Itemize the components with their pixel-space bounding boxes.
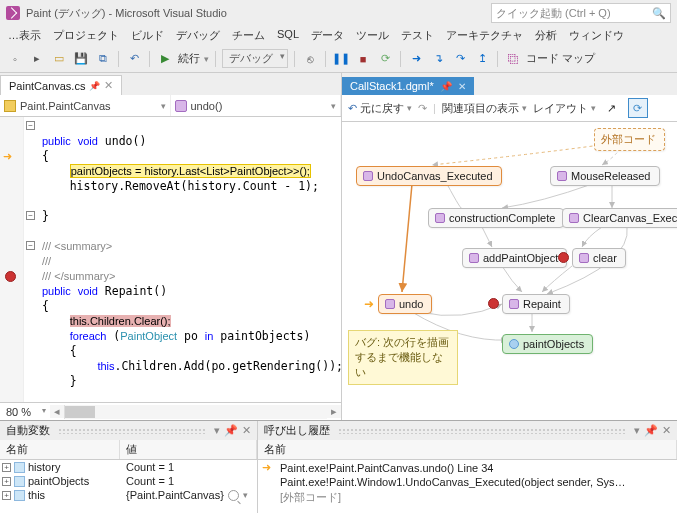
- menu-test[interactable]: テスト: [401, 28, 434, 43]
- autos-row[interactable]: +this {Paint.PaintCanvas}▾: [0, 488, 257, 502]
- node-clearcanvas-executed[interactable]: ClearCanvas_Executed: [562, 208, 677, 228]
- dgml-graph[interactable]: 外部コード UndoCanvas_Executed MouseReleased …: [342, 122, 677, 420]
- member-dropdown[interactable]: undo() ▾: [171, 95, 342, 116]
- col-value[interactable]: 値: [120, 440, 257, 459]
- codemap-button[interactable]: コード マップ: [526, 51, 595, 66]
- breakpoint-dot: [488, 298, 499, 309]
- menu-view[interactable]: …表示: [8, 28, 41, 43]
- class-icon: [4, 100, 16, 112]
- stack-frame[interactable]: [外部コード]: [258, 489, 677, 506]
- pin-icon[interactable]: 📌: [440, 81, 452, 92]
- save-all-button[interactable]: ⧉: [94, 50, 112, 68]
- nav-fwd-button[interactable]: ▸: [28, 50, 46, 68]
- menu-sql[interactable]: SQL: [277, 28, 299, 43]
- visualizer-icon[interactable]: [228, 490, 239, 501]
- step-over-button[interactable]: ↷: [451, 50, 469, 68]
- tab-label: CallStack1.dgml*: [350, 80, 434, 92]
- node-undo[interactable]: undo: [378, 294, 432, 314]
- undo-button[interactable]: ↶: [125, 50, 143, 68]
- menubar: …表示 プロジェクト ビルド デバッグ チーム SQL データ ツール テスト …: [0, 26, 677, 47]
- node-undocanvas-executed[interactable]: UndoCanvas_Executed: [356, 166, 502, 186]
- step-out-button[interactable]: ↥: [473, 50, 491, 68]
- menu-architecture[interactable]: アーキテクチャ: [446, 28, 523, 43]
- close-icon[interactable]: ✕: [662, 424, 671, 437]
- related-items-dropdown[interactable]: 関連項目の表示▾: [442, 101, 527, 116]
- pin-icon[interactable]: 📌: [89, 81, 100, 91]
- show-next-statement-button[interactable]: ➜: [407, 50, 425, 68]
- h-scrollbar[interactable]: [64, 405, 327, 419]
- autos-row[interactable]: +history Count = 1: [0, 460, 257, 474]
- continue-button[interactable]: 続行: [178, 51, 200, 66]
- node-mousereleased[interactable]: MouseReleased: [550, 166, 660, 186]
- node-repaint[interactable]: Repaint: [502, 294, 570, 314]
- expand-icon[interactable]: +: [2, 477, 11, 486]
- scroll-left-button[interactable]: ◂: [50, 405, 64, 418]
- dropdown-icon[interactable]: ▾: [214, 424, 220, 437]
- nav-back-button[interactable]: ◦: [6, 50, 24, 68]
- menu-team[interactable]: チーム: [232, 28, 265, 43]
- step-into-button[interactable]: ↴: [429, 50, 447, 68]
- node-paintobjects[interactable]: paintObjects: [502, 334, 593, 354]
- fold-toggle[interactable]: −: [26, 121, 35, 130]
- dropdown-icon[interactable]: ▾: [634, 424, 640, 437]
- node-constructioncomplete[interactable]: constructionComplete: [428, 208, 564, 228]
- pin-icon[interactable]: 📌: [644, 424, 658, 437]
- close-icon[interactable]: ✕: [104, 79, 113, 92]
- debug-location-button[interactable]: ⎋: [301, 50, 319, 68]
- variable-icon: [14, 462, 25, 473]
- node-clear[interactable]: clear: [572, 248, 626, 268]
- current-call-icon: ➜: [364, 297, 374, 311]
- comment-note[interactable]: バグ: 次の行を描画するまで機能しない: [348, 330, 458, 385]
- stack-frame[interactable]: Paint.exe!Paint.Window1.UndoCanvas_Execu…: [258, 475, 677, 489]
- redo-button[interactable]: ↷: [418, 102, 427, 115]
- pin-icon[interactable]: 📌: [224, 424, 238, 437]
- restart-button[interactable]: ⟳: [376, 50, 394, 68]
- pause-button[interactable]: ❚❚: [332, 50, 350, 68]
- open-button[interactable]: ▭: [50, 50, 68, 68]
- undo-button[interactable]: ↶元に戻す▾: [348, 101, 412, 116]
- expand-icon[interactable]: +: [2, 491, 11, 500]
- method-icon: [175, 100, 187, 112]
- class-dropdown[interactable]: Paint.PaintCanvas ▾: [0, 95, 171, 116]
- stop-button[interactable]: ■: [354, 50, 372, 68]
- menu-window[interactable]: ウィンドウ: [569, 28, 624, 43]
- node-external-code[interactable]: 外部コード: [594, 128, 665, 151]
- tab-paintcanvas[interactable]: PaintCanvas.cs 📌 ✕: [0, 75, 122, 95]
- col-name[interactable]: 名前: [0, 440, 120, 459]
- breakpoint-icon[interactable]: [5, 271, 16, 282]
- callstack-title: 呼び出し履歴: [264, 423, 330, 438]
- expand-icon[interactable]: +: [2, 463, 11, 472]
- menu-project[interactable]: プロジェクト: [53, 28, 119, 43]
- search-icon: 🔍: [652, 7, 666, 20]
- quick-launch-placeholder: クイック起動 (Ctrl + Q): [496, 6, 611, 21]
- fold-toggle[interactable]: −: [26, 241, 35, 250]
- gutter[interactable]: ➜: [0, 117, 24, 402]
- menu-build[interactable]: ビルド: [131, 28, 164, 43]
- stack-frame[interactable]: ➜Paint.exe!Paint.PaintCanvas.undo() Line…: [258, 460, 677, 475]
- code-editor[interactable]: public void undo() { paintObjects = hist…: [24, 117, 341, 402]
- autos-title: 自動変数: [6, 423, 50, 438]
- autos-row[interactable]: +paintObjects Count = 1: [0, 474, 257, 488]
- save-button[interactable]: 💾: [72, 50, 90, 68]
- breakpoint-dot: [558, 252, 569, 263]
- quick-launch-input[interactable]: クイック起動 (Ctrl + Q) 🔍: [491, 3, 671, 23]
- main-toolbar: ◦ ▸ ▭ 💾 ⧉ ↶ ▶ 続行 ▾ デバッグ ⎋ ❚❚ ■ ⟳ ➜ ↴ ↷ ↥…: [0, 47, 677, 73]
- app-icon: [6, 6, 20, 20]
- menu-tools[interactable]: ツール: [356, 28, 389, 43]
- menu-debug[interactable]: デバッグ: [176, 28, 220, 43]
- fold-toggle[interactable]: −: [26, 211, 35, 220]
- close-icon[interactable]: ✕: [458, 81, 466, 92]
- col-name[interactable]: 名前: [258, 440, 677, 459]
- config-dropdown[interactable]: デバッグ: [222, 49, 288, 68]
- share-button[interactable]: ↗: [602, 98, 622, 118]
- zoom-dropdown[interactable]: 80 %: [0, 406, 50, 418]
- scroll-right-button[interactable]: ▸: [327, 405, 341, 418]
- menu-analyze[interactable]: 分析: [535, 28, 557, 43]
- layout-dropdown[interactable]: レイアウト▾: [533, 101, 596, 116]
- refresh-button[interactable]: ⟳: [628, 98, 648, 118]
- close-icon[interactable]: ✕: [242, 424, 251, 437]
- tab-callstack-dgml[interactable]: CallStack1.dgml* 📌 ✕: [342, 77, 474, 95]
- menu-data[interactable]: データ: [311, 28, 344, 43]
- node-addpaintobject[interactable]: addPaintObject: [462, 248, 567, 268]
- member-label: undo(): [191, 100, 223, 112]
